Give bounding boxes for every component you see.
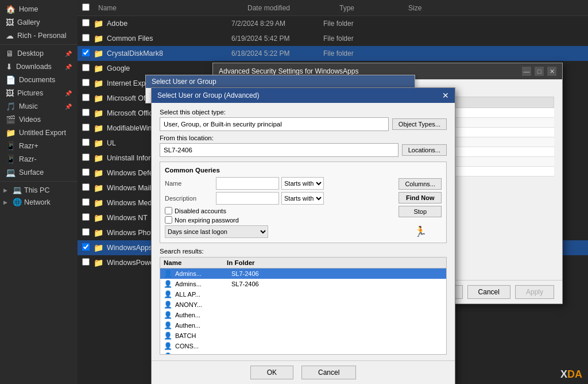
- row-checkbox[interactable]: [82, 34, 90, 41]
- sidebar-item-razrplus[interactable]: 📱 Razr+: [1, 140, 76, 152]
- maximize-button[interactable]: □: [535, 67, 544, 76]
- non-expiring-label: Non expiring password: [175, 217, 239, 224]
- row-checkbox[interactable]: [82, 168, 90, 176]
- file-name: CrystalDiskMark8: [107, 49, 231, 57]
- row-checkbox[interactable]: [82, 94, 90, 101]
- list-item[interactable]: 👤 Authen...: [160, 310, 446, 320]
- disabled-accounts-label: Disabled accounts: [175, 208, 226, 214]
- close-button[interactable]: ✕: [547, 67, 556, 76]
- file-list-header: Name Date modified Type Size: [78, 0, 588, 16]
- row-checkbox[interactable]: [82, 228, 90, 236]
- days-since-select[interactable]: Days since last logon: [165, 225, 268, 238]
- list-item[interactable]: 👤 ANONY...: [160, 299, 446, 310]
- row-checkbox[interactable]: [82, 198, 90, 206]
- outer-dialog-title: Select User or Group: [146, 75, 415, 88]
- list-item[interactable]: 👤 CONS...: [160, 341, 446, 351]
- sidebar-item-home[interactable]: 🏠 Home: [1, 3, 76, 16]
- sr-col-folder-header: In Folder: [227, 259, 290, 266]
- list-item[interactable]: 👤 CREAT...: [160, 351, 446, 355]
- sidebar-item-label: Music: [19, 102, 38, 110]
- row-checkbox[interactable]: [82, 183, 90, 191]
- disabled-accounts-checkbox[interactable]: [165, 207, 172, 214]
- file-type: File folder: [323, 49, 392, 57]
- stop-button[interactable]: Stop: [399, 206, 442, 217]
- list-item[interactable]: 👤 ALL AP...: [160, 289, 446, 299]
- name-input[interactable]: [216, 177, 279, 190]
- sidebar-item-network[interactable]: ▶ 🌐 Network: [0, 196, 78, 208]
- row-checkbox[interactable]: [82, 213, 90, 221]
- description-input[interactable]: [216, 192, 279, 205]
- sidebar-item-label: Downloads: [16, 63, 52, 71]
- search-results-table[interactable]: Name In Folder 👤 Admins... SL7-2406 👤 Ad…: [160, 257, 447, 355]
- sug-advanced-close[interactable]: ✕: [442, 91, 449, 100]
- description-starts-with-select[interactable]: Starts with: [281, 192, 324, 205]
- object-type-input[interactable]: [160, 117, 389, 131]
- sug-cancel-button[interactable]: Cancel: [301, 366, 356, 379]
- object-types-button[interactable]: Object Types...: [392, 118, 447, 130]
- sug-ok-button[interactable]: OK: [250, 366, 293, 379]
- user-icon: 👤: [164, 321, 173, 329]
- col-header-name[interactable]: Name: [94, 4, 243, 12]
- sr-table-header: Name In Folder: [160, 258, 446, 268]
- sidebar-item-untitled[interactable]: 📁 Untitled Export: [1, 126, 76, 139]
- find-now-button[interactable]: Find Now: [399, 192, 442, 203]
- row-checkbox[interactable]: [82, 49, 90, 56]
- sidebar-item-label: Razr-: [19, 155, 37, 163]
- folder-icon: 📁: [94, 258, 103, 267]
- minimize-button[interactable]: —: [522, 67, 531, 76]
- row-checkbox[interactable]: [82, 243, 90, 251]
- sidebar-item-videos[interactable]: 🎬 Videos: [1, 113, 76, 126]
- list-item[interactable]: 👤 Admins... SL7-2406: [160, 279, 446, 289]
- sidebar-item-cloud[interactable]: ☁ Rich - Personal: [1, 29, 76, 42]
- sidebar-item-gallery[interactable]: 🖼 Gallery: [1, 16, 76, 29]
- table-row[interactable]: 📁 Adobe 7/2/2024 8:29 AM File folder: [78, 16, 588, 31]
- location-input[interactable]: [160, 143, 399, 157]
- table-row[interactable]: 📁 Common Files 6/19/2024 5:42 PM File fo…: [78, 31, 588, 46]
- select-all-checkbox[interactable]: [82, 3, 90, 11]
- name-starts-with-select[interactable]: Starts with: [281, 177, 324, 190]
- gallery-icon: 🖼: [6, 18, 14, 27]
- sidebar-item-music[interactable]: 🎵 Music 📌: [1, 100, 76, 113]
- sidebar-item-razr[interactable]: 📱 Razr-: [1, 153, 76, 166]
- row-checkbox[interactable]: [82, 64, 90, 71]
- adv-apply-button[interactable]: Apply: [515, 285, 554, 299]
- row-checkbox[interactable]: [82, 139, 90, 146]
- table-row[interactable]: 📁 CrystalDiskMark8 6/18/2024 5:22 PM Fil…: [78, 46, 588, 61]
- adv-cancel-button[interactable]: Cancel: [467, 285, 510, 299]
- sidebar-item-downloads[interactable]: ⬇ Downloads 📌: [1, 60, 76, 73]
- result-name: CONS...: [175, 343, 229, 350]
- non-expiring-checkbox[interactable]: [165, 216, 172, 224]
- sidebar-item-thispc[interactable]: ▶ 💻 This PC: [0, 184, 78, 196]
- result-name: Admins...: [175, 270, 229, 277]
- sidebar-item-pictures[interactable]: 🖼 Pictures 📌: [1, 87, 76, 99]
- folder-icon: 📁: [94, 49, 103, 58]
- row-checkbox[interactable]: [82, 258, 90, 266]
- non-expiring-row: Non expiring password: [165, 216, 395, 224]
- columns-button[interactable]: Columns...: [399, 178, 442, 190]
- row-checkbox[interactable]: [82, 153, 90, 161]
- user-icon: 👤: [164, 342, 173, 350]
- list-item[interactable]: 👤 BATCH: [160, 331, 446, 341]
- sug-advanced-body: Select this object type: Object Types...…: [152, 103, 455, 360]
- col-header-size[interactable]: Size: [404, 4, 450, 12]
- list-item[interactable]: 👤 Authen...: [160, 320, 446, 331]
- row-checkbox[interactable]: [82, 79, 90, 86]
- sidebar-item-label: Desktop: [17, 49, 44, 57]
- file-name: Adobe: [107, 20, 231, 28]
- col-header-type[interactable]: Type: [335, 4, 404, 12]
- sidebar-item-documents[interactable]: 📄 Documents: [1, 74, 76, 86]
- col-header-date[interactable]: Date modified: [243, 4, 335, 12]
- list-item[interactable]: 👤 Admins... SL7-2406: [160, 268, 446, 279]
- documents-icon: 📄: [6, 75, 16, 85]
- name-label: Name: [165, 180, 214, 187]
- row-checkbox[interactable]: [82, 109, 90, 116]
- locations-button[interactable]: Locations...: [402, 144, 447, 156]
- row-checkbox[interactable]: [82, 124, 90, 131]
- network-icon: 🌐: [13, 198, 22, 206]
- folder-icon: 📁: [94, 183, 103, 193]
- pictures-icon: 🖼: [6, 89, 14, 98]
- sidebar-item-label: Videos: [19, 116, 41, 124]
- sidebar-item-desktop[interactable]: 🖥 Desktop 📌: [1, 47, 76, 60]
- sidebar-item-surface[interactable]: 💻 Surface: [1, 166, 76, 179]
- row-checkbox[interactable]: [82, 19, 90, 26]
